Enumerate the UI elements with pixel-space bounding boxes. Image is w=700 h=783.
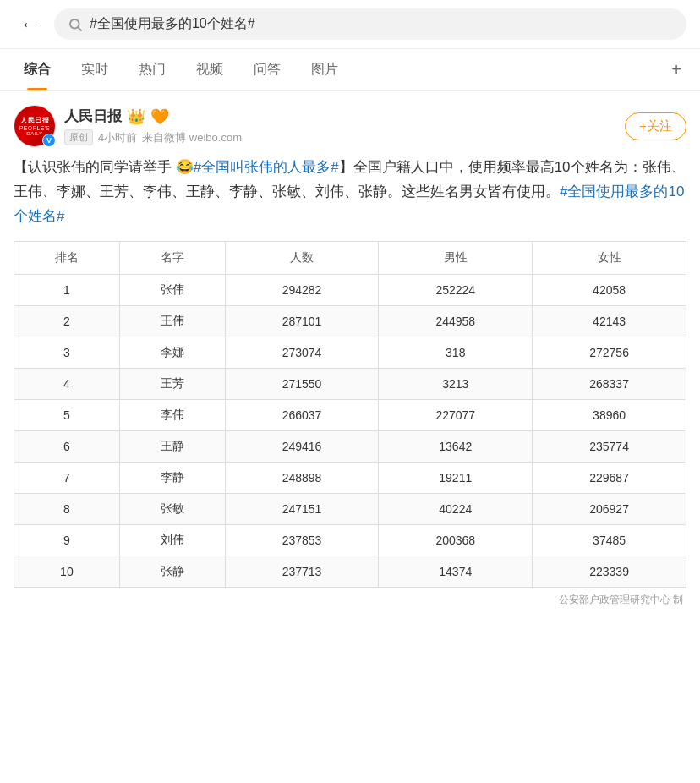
table-cell-1-1: 王伟 [119,305,225,337]
table-cell-3-0: 4 [14,368,120,399]
table-row: 2王伟28710124495842143 [14,305,686,337]
table-cell-7-2: 247151 [225,493,379,524]
table-cell-0-2: 294282 [225,274,379,305]
avatar-text-bot: DAILY [26,131,42,136]
table-cell-2-2: 273074 [225,337,379,368]
table-cell-5-2: 249416 [225,430,379,462]
table-row: 8张敏24715140224206927 [14,493,686,524]
table-cell-9-1: 张静 [119,556,225,587]
table-cell-8-1: 刘伟 [119,524,225,556]
col-header-male: 男性 [379,241,533,274]
crown-icon: 👑 [127,107,145,126]
table-cell-9-2: 237713 [225,556,379,587]
table-cell-3-1: 王芳 [119,368,225,399]
back-button[interactable]: ← [14,10,46,39]
svg-point-0 [70,19,79,29]
table-cell-7-4: 206927 [533,493,686,524]
avatar-text-top: 人民日报 [20,116,49,125]
table-cell-9-3: 14374 [379,556,533,587]
table-cell-4-2: 266037 [225,399,379,430]
post-time: 4小时前 [98,130,137,145]
avatar-text-mid: PEOPLE'S [19,125,50,131]
search-bar: ← #全国使用最多的10个姓名# [0,0,700,49]
search-icon [68,17,83,32]
post-source: 来自微博 weibo.com [142,130,242,145]
table-cell-6-0: 7 [14,462,120,493]
table-footer: 公安部户政管理研究中心 制 [14,593,686,607]
avatar[interactable]: 人民日报 PEOPLE'S DAILY V [14,105,56,147]
table-cell-4-1: 李伟 [119,399,225,430]
table-cell-4-3: 227077 [379,399,533,430]
table-cell-7-1: 张敏 [119,493,225,524]
table-cell-5-0: 6 [14,430,120,462]
col-header-count: 人数 [225,241,379,274]
table-cell-9-4: 223339 [533,556,686,587]
tab-视频[interactable]: 视频 [181,49,238,90]
table-cell-6-3: 19211 [379,462,533,493]
table-cell-5-4: 235774 [533,430,686,462]
table-cell-0-3: 252224 [379,274,533,305]
table-cell-4-0: 5 [14,399,120,430]
col-header-name: 名字 [119,241,225,274]
table-cell-2-4: 272756 [533,337,686,368]
tab-实时[interactable]: 实时 [66,49,123,90]
table-cell-0-1: 张伟 [119,274,225,305]
table-cell-9-0: 10 [14,556,120,587]
author-info: 人民日报 👑 🧡 原创 4小时前 来自微博 weibo.com [64,107,625,145]
table-cell-7-0: 8 [14,493,120,524]
content-link1[interactable]: #全国叫张伟的人最多# [194,159,339,175]
table-cell-5-1: 王静 [119,430,225,462]
table-cell-8-4: 37485 [533,524,686,556]
table-row: 9刘伟23785320036837485 [14,524,686,556]
tab-问答[interactable]: 问答 [238,49,296,90]
table-cell-0-4: 42058 [533,274,686,305]
table-cell-2-1: 李娜 [119,337,225,368]
table-cell-1-3: 244958 [379,305,533,337]
table-cell-5-3: 13642 [379,430,533,462]
table-cell-6-4: 229687 [533,462,686,493]
follow-button[interactable]: +关注 [625,112,686,140]
post-content: 【认识张伟的同学请举手 😂#全国叫张伟的人最多#】全国户籍人口中，使用频率最高1… [14,156,686,229]
table-row: 3李娜273074318272756 [14,337,686,368]
tab-add-button[interactable]: + [661,52,692,88]
tab-热门[interactable]: 热门 [123,49,181,90]
data-table: 排名 名字 人数 男性 女性 1张伟294282252224420582王伟28… [14,241,686,588]
search-query: #全国使用最多的10个姓名# [90,15,255,33]
original-badge: 原创 [64,129,93,145]
tab-综合[interactable]: 综合 [8,49,66,90]
table-cell-3-2: 271550 [225,368,379,399]
table-row: 4王芳2715503213268337 [14,368,686,399]
col-header-rank: 排名 [14,241,120,274]
search-input-wrap[interactable]: #全国使用最多的10个姓名# [54,8,686,40]
table-cell-8-2: 237853 [225,524,379,556]
table-cell-2-3: 318 [379,337,533,368]
author-row: 人民日报 PEOPLE'S DAILY V 人民日报 👑 🧡 原创 4小时前 来… [14,105,686,147]
tab-bar: 综合 实时 热门 视频 问答 图片 + [0,49,700,91]
table-row: 1张伟29428225222442058 [14,274,686,305]
table-row: 6王静24941613642235774 [14,430,686,462]
table-cell-1-2: 287101 [225,305,379,337]
tab-图片[interactable]: 图片 [296,49,353,90]
table-row: 5李伟26603722707738960 [14,399,686,430]
table-cell-3-4: 268337 [533,368,686,399]
content-part1: 【认识张伟的同学请举手 😂 [14,159,194,175]
table-row: 10张静23771314374223339 [14,556,686,587]
author-name: 人民日报 [64,107,122,126]
table-cell-1-0: 2 [14,305,120,337]
table-cell-2-0: 3 [14,337,120,368]
table-cell-7-3: 40224 [379,493,533,524]
table-cell-1-4: 42143 [533,305,686,337]
table-cell-4-4: 38960 [533,399,686,430]
post-container: 人民日报 PEOPLE'S DAILY V 人民日报 👑 🧡 原创 4小时前 来… [0,91,700,621]
table-cell-6-1: 李静 [119,462,225,493]
heart-icon: 🧡 [150,107,169,126]
svg-line-1 [78,27,81,30]
table-cell-0-0: 1 [14,274,120,305]
table-cell-8-3: 200368 [379,524,533,556]
table-cell-3-3: 3213 [379,368,533,399]
table-cell-6-2: 248898 [225,462,379,493]
table-row: 7李静24889819211229687 [14,462,686,493]
table-cell-8-0: 9 [14,524,120,556]
verified-badge: V [42,134,56,147]
col-header-female: 女性 [533,241,686,274]
